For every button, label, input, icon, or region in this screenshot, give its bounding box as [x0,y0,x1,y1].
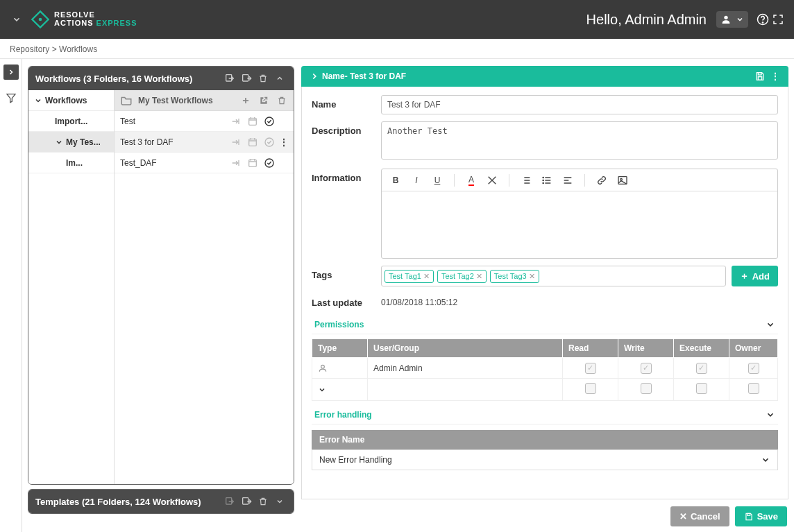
name-label: Name [312,95,381,114]
read-checkbox[interactable] [585,383,596,394]
permission-row: Admin Admin ✓ ✓ ✓ ✓ [312,358,778,379]
fullscreen-button[interactable] [770,12,786,27]
profile-menu[interactable] [716,11,748,28]
clear-format-icon[interactable] [485,173,499,187]
help-icon [757,13,769,26]
breadcrumb: Repository > Workflows [0,39,794,59]
add-tag-button[interactable]: ＋Add [732,266,778,286]
execute-checkbox[interactable]: ✓ [696,363,707,374]
check-circle-icon[interactable] [263,157,276,169]
export-icon[interactable] [239,495,253,508]
more-menu[interactable]: ⋮ [280,137,288,147]
help-button[interactable] [755,12,770,27]
svg-rect-6 [226,75,232,81]
align-icon[interactable] [561,173,575,187]
svg-rect-12 [249,160,257,166]
chevron-down-icon [766,410,775,420]
import-icon[interactable] [223,495,237,508]
ordered-list-icon[interactable] [519,173,533,187]
enter-icon[interactable] [230,157,242,169]
list-row[interactable]: Test_DAF ⋮ [115,153,294,173]
tree-item[interactable]: Import... [28,111,114,132]
execute-checkbox[interactable] [696,383,707,394]
write-checkbox[interactable] [641,383,652,394]
side-rail [0,59,22,532]
owner-checkbox[interactable]: ✓ [748,363,759,374]
close-icon: ✕ [679,511,687,522]
svg-point-11 [265,138,273,146]
import-icon[interactable] [223,71,237,85]
enter-icon[interactable] [230,115,242,128]
save-button[interactable]: Save [735,506,787,526]
header-more-button[interactable]: ⋮ [768,71,783,81]
tags-label: Tags [312,266,381,286]
tag-remove-icon[interactable]: ✕ [529,272,535,281]
header-save-button[interactable] [752,71,768,82]
svg-point-19 [543,180,543,180]
delete-icon[interactable] [276,94,288,107]
description-label: Description [312,121,381,162]
tag-remove-icon[interactable]: ✕ [476,272,482,281]
chevron-down-icon[interactable] [318,386,362,394]
link-icon[interactable] [595,173,609,187]
filter-button[interactable] [6,92,17,103]
italic-icon[interactable]: I [409,173,423,187]
tree-root[interactable]: Workflows [28,90,114,111]
svg-rect-16 [758,73,761,75]
calendar-icon[interactable] [246,115,259,128]
svg-point-13 [265,159,273,167]
templates-panel-title: Templates (21 Folders, 124 Workflows) [35,497,201,507]
owner-checkbox[interactable] [748,383,759,394]
list-row-selected[interactable]: Test 3 for DAF ⋮ [115,132,294,153]
save-icon [744,512,754,522]
delete-icon[interactable] [256,71,270,85]
perm-th-type: Type [312,339,368,358]
perm-th-write: Write [618,339,674,358]
read-checkbox[interactable]: ✓ [585,363,596,374]
check-circle-icon[interactable] [263,136,276,148]
error-row[interactable]: New Error Handling [312,449,778,470]
list-row[interactable]: Test ⋮ [115,111,294,132]
text-color-icon[interactable]: A [464,173,478,187]
expand-icon[interactable] [273,495,287,508]
enter-icon[interactable] [230,136,242,148]
check-circle-icon[interactable] [263,115,276,128]
templates-panel[interactable]: Templates (21 Folders, 124 Workflows) [28,489,294,514]
app-menu-dropdown[interactable] [8,15,25,24]
rail-expand-button[interactable] [3,65,19,80]
chevron-right-icon [7,68,15,76]
description-input[interactable]: Another Test [381,121,778,160]
unordered-list-icon[interactable] [540,173,554,187]
greeting-text: Hello, Admin Admin [586,12,707,28]
export-icon[interactable] [239,71,253,85]
svg-marker-5 [7,94,15,103]
calendar-icon[interactable] [246,157,259,169]
error-handling-section[interactable]: Error handling [312,405,778,424]
delete-icon[interactable] [256,495,270,508]
information-textarea[interactable] [382,191,777,258]
svg-rect-24 [747,513,750,515]
permissions-table: Type User/Group Read Write Execute Owner… [312,338,778,401]
permissions-section[interactable]: Permissions [312,315,778,334]
bold-icon[interactable]: B [389,173,403,187]
permission-row-empty [312,379,778,401]
name-input[interactable] [381,95,778,114]
svg-rect-8 [249,118,257,125]
underline-icon[interactable]: U [430,173,444,187]
collapse-icon[interactable] [273,71,287,85]
back-button[interactable] [307,71,322,81]
tree-item-selected[interactable]: My Tes... [28,132,114,153]
add-icon[interactable] [239,94,252,107]
calendar-icon[interactable] [246,136,259,148]
tags-input[interactable]: Test Tag1✕ Test Tag2✕ Test Tag3✕ [381,266,726,286]
tag-remove-icon[interactable]: ✕ [423,272,430,281]
write-checkbox[interactable]: ✓ [641,363,652,374]
open-external-icon[interactable] [257,94,270,107]
svg-point-9 [265,117,273,126]
detail-body: Name Description Another Test Informatio… [301,87,788,499]
chevron-down-icon [766,320,775,329]
tree-item[interactable]: Im... [28,153,114,173]
image-icon[interactable] [616,173,630,187]
fullscreen-icon [772,13,784,26]
cancel-button[interactable]: ✕Cancel [670,506,729,526]
